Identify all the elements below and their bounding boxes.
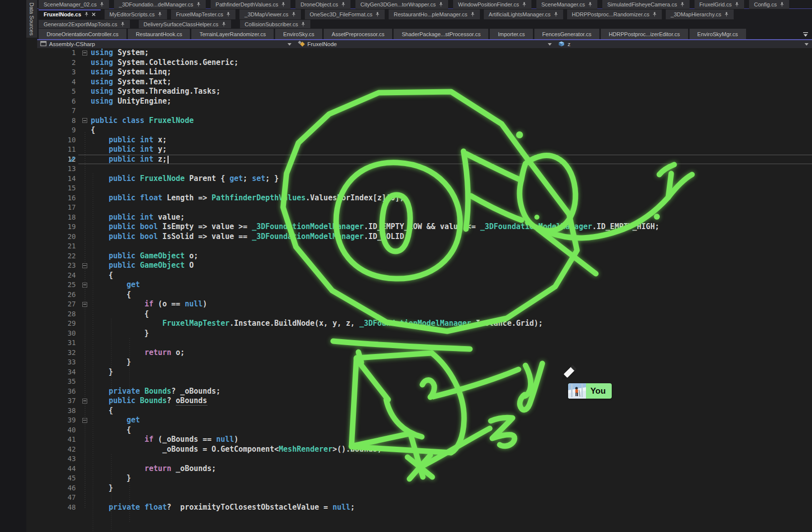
line-number: 34	[37, 367, 76, 377]
tab--3dmapviewer-cs[interactable]: _3DMapViewer.cs	[239, 9, 300, 19]
pin-icon[interactable]	[291, 12, 296, 17]
tab-row-1: SceneManager_02.cs_3DFoundatio...delMana…	[39, 0, 789, 9]
pin-icon[interactable]	[439, 2, 443, 7]
pin-icon[interactable]	[588, 2, 592, 7]
line-number: 40	[37, 425, 76, 435]
tab-onesec3d-fileformat-cs[interactable]: OneSec3D_FileFormat.cs	[305, 9, 385, 19]
line-number: 31	[37, 338, 76, 348]
pin-icon[interactable]	[724, 12, 729, 17]
presenter-avatar	[568, 383, 586, 399]
tab-label: _3DMapHierarchy.cs	[671, 11, 721, 17]
line-number: 23	[37, 261, 76, 271]
code-line: _oBounds = O.GetComponent<MeshRenderer>(…	[91, 445, 659, 455]
tab-envirosky-cs[interactable]: EnviroSky.cs	[275, 29, 322, 39]
project-dropdown-arrow[interactable]	[288, 40, 291, 48]
fold-marker-icon[interactable]	[82, 51, 87, 56]
tab-shaderpackage-stprocessor-cs[interactable]: ShaderPackage...stProcessor.cs	[394, 29, 488, 39]
member-label: z	[568, 41, 571, 47]
line-number: 22	[37, 251, 76, 261]
tab-terrainlayerrandomizer-cs[interactable]: TerrainLayerRandomizer.cs	[191, 29, 274, 39]
tab-windowpositionfinder-cs[interactable]: WindowPositionFinder.cs	[453, 0, 531, 9]
line-number: 26	[37, 290, 76, 300]
tab-deliverysurfaceclasshelper-cs[interactable]: DeliverySurfaceClassHelper.cs	[139, 20, 231, 28]
tab-label: DroneOrientationController.cs	[47, 31, 118, 37]
pin-icon[interactable]	[196, 2, 201, 7]
line-number: 8	[37, 116, 76, 126]
pin-icon[interactable]	[226, 12, 231, 17]
line-number: 19	[37, 222, 76, 232]
pin-icon[interactable]	[84, 12, 89, 17]
pin-icon[interactable]	[680, 2, 685, 7]
tab-scenemanager-02-cs[interactable]: SceneManager_02.cs	[39, 0, 109, 9]
pin-icon[interactable]	[652, 12, 657, 17]
pin-icon[interactable]	[341, 2, 346, 7]
tab-simulatedfisheyecamera-cs[interactable]: SimulatedFisheyeCamera.cs	[602, 0, 690, 9]
pin-icon[interactable]	[100, 2, 104, 7]
code-line	[91, 338, 659, 348]
tab-droneorientationcontroller-cs[interactable]: DroneOrientationController.cs	[39, 29, 126, 39]
pin-icon[interactable]	[735, 2, 739, 7]
tab-fruxelgrid-cs[interactable]: FruxelGrid.cs	[695, 0, 744, 9]
data-sources-vertical-tab[interactable]: Data Sources	[26, 0, 38, 38]
code-line: return _oBounds;	[91, 464, 659, 474]
line-number: 44	[37, 464, 76, 474]
type-dropdown[interactable]: FruxelNode	[298, 40, 337, 48]
project-dropdown[interactable]: Assembly-CSharp	[40, 40, 95, 48]
tab-config-cs[interactable]: Config.cs	[749, 0, 789, 9]
member-dropdown-arrow[interactable]	[548, 40, 552, 48]
data-sources-label: Data Sources	[29, 2, 35, 36]
pin-icon[interactable]	[375, 12, 380, 17]
tab-fruxelmaptester-cs[interactable]: FruxelMapTester.cs	[171, 9, 235, 19]
code-line	[91, 164, 659, 174]
code-line: public int y;	[91, 145, 659, 155]
code-line: }	[91, 483, 659, 493]
pin-icon[interactable]	[158, 12, 162, 17]
tab-importer-cs[interactable]: Importer.cs	[490, 29, 532, 39]
line-number: 47	[37, 493, 76, 503]
tab--3dmaphierarchy-cs[interactable]: _3DMapHierarchy.cs	[666, 9, 734, 19]
code-line: using UnityEngine;	[91, 97, 659, 107]
pin-icon[interactable]	[522, 2, 526, 7]
pin-icon[interactable]	[281, 2, 286, 7]
code-editor[interactable]: 1234567891011121314151617181920212223242…	[37, 48, 812, 532]
pin-icon[interactable]	[222, 22, 226, 27]
project-label: Assembly-CSharp	[49, 41, 95, 47]
line-number: 18	[37, 213, 76, 223]
tab-generator2exportmaptools-cs[interactable]: Generator2ExportMapTools.cs	[39, 20, 130, 28]
line-number: 14	[37, 174, 76, 184]
pin-icon[interactable]	[780, 2, 784, 7]
tab-restaurantho-plemanager-cs[interactable]: RestaurantHo...pleManager.cs	[389, 9, 480, 19]
pin-icon[interactable]	[120, 22, 125, 27]
tab-hdrppostproc-randomizer-cs[interactable]: HDRPPostproc...Randomizer.cs	[567, 9, 662, 19]
tab-enviroskymgr-cs[interactable]: EnviroSkyMgr.cs	[690, 29, 746, 39]
tab-scenemanager-cs[interactable]: SceneManager.cs	[536, 0, 597, 9]
tab-myeditorscripts-cs[interactable]: MyEditorScripts.cs	[105, 9, 167, 19]
close-icon[interactable]	[92, 12, 96, 16]
navbar-right-arrow[interactable]	[805, 40, 809, 48]
tab-fencesgenerator-cs[interactable]: FencesGenerator.cs	[534, 29, 599, 39]
tab-assetpreprocessor-cs[interactable]: AssetPreprocessor.cs	[324, 29, 392, 39]
tab-fruxelnode-cs[interactable]: FruxelNode.cs	[39, 9, 101, 19]
pin-icon[interactable]	[301, 22, 305, 27]
fold-marker-icon[interactable]	[82, 118, 87, 123]
line-number: 1	[37, 48, 76, 58]
tab-collisionsubscriber-cs[interactable]: CollisionSubscriber.cs	[240, 20, 311, 28]
tab-restauranthook-cs[interactable]: RestaurantHook.cs	[128, 29, 190, 39]
pin-icon[interactable]	[470, 12, 475, 17]
tab-hdrppostproc-izereditor-cs[interactable]: HDRPPostproc...izerEditor.cs	[601, 29, 688, 39]
tab-artificiallightsmanager-cs[interactable]: ArtificialLightsManager.cs	[484, 9, 563, 19]
tab-label: EnviroSky.cs	[283, 31, 314, 37]
tab-overflow-icon[interactable]	[802, 31, 809, 38]
code-line	[91, 454, 659, 464]
member-dropdown[interactable]: z	[558, 40, 571, 48]
line-number: 27	[37, 299, 76, 309]
code-line: {	[91, 425, 659, 435]
tab-citygen3dgen-torwrapper-cs[interactable]: CityGen3DGen...torWrapper.cs	[355, 0, 448, 9]
line-number: 48	[37, 503, 76, 513]
pin-icon[interactable]	[554, 12, 558, 17]
line-number: 7	[37, 106, 76, 116]
tab--3dfoundatio-delmanager-cs[interactable]: _3DFoundatio...delManager.cs	[114, 0, 206, 9]
tab-droneobject-cs[interactable]: DroneObject.cs	[295, 0, 350, 9]
tab-label: RestaurantHo...pleManager.cs	[394, 11, 467, 17]
tab-pathfinderdepthvalues-cs[interactable]: PathfinderDepthValues.cs	[211, 0, 290, 9]
